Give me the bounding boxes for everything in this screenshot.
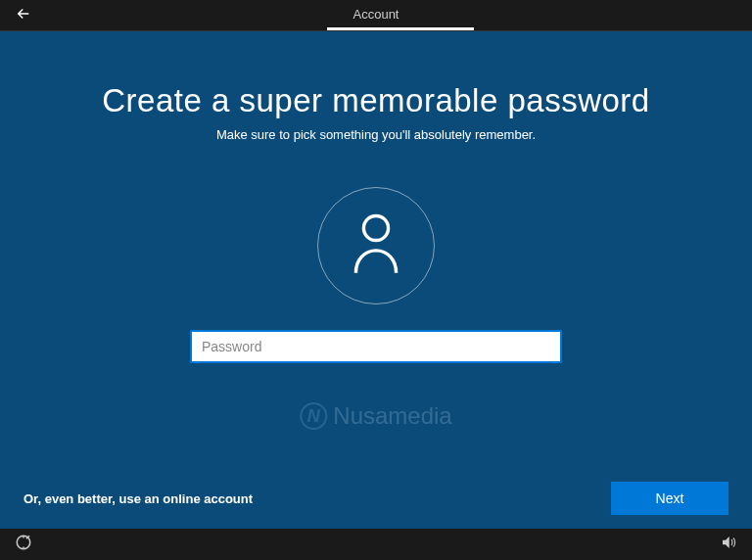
ease-of-access-button[interactable] <box>10 531 37 558</box>
svg-point-0 <box>363 215 388 240</box>
ease-of-access-icon <box>15 534 32 555</box>
step-title: Account <box>353 7 400 22</box>
next-button[interactable]: Next <box>611 482 728 515</box>
page-subheading: Make sure to pick something you'll absol… <box>216 127 536 142</box>
watermark-text: Nusamedia <box>333 402 451 430</box>
watermark-logo-icon: N <box>300 402 327 430</box>
main-content: Create a super memorable password Make s… <box>0 31 752 529</box>
volume-button[interactable] <box>715 531 742 558</box>
bottom-bar <box>0 529 752 560</box>
step-indicator <box>327 27 474 30</box>
use-online-account-link[interactable]: Or, even better, use an online account <box>24 491 253 506</box>
arrow-back-icon <box>15 5 32 26</box>
title-bar: Account <box>0 0 752 31</box>
page-heading: Create a super memorable password <box>102 82 649 119</box>
password-input[interactable] <box>190 330 562 363</box>
user-avatar <box>317 187 435 304</box>
back-button[interactable] <box>0 0 47 31</box>
person-icon <box>348 212 404 279</box>
watermark: N Nusamedia <box>300 402 451 430</box>
footer-row: Or, even better, use an online account N… <box>0 482 752 515</box>
volume-icon <box>720 534 737 555</box>
